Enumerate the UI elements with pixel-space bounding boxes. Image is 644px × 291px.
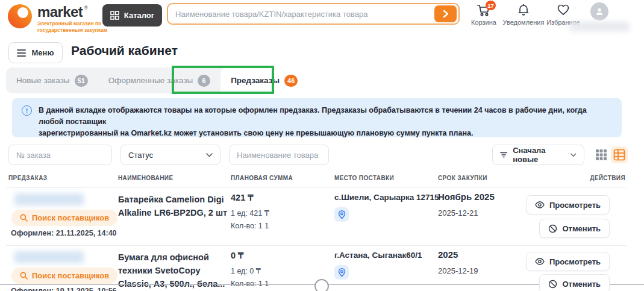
info-icon: ! <box>22 105 32 116</box>
sort-dropdown[interactable]: Сначала новые <box>492 145 584 165</box>
omarket-preorders-page: market ® Электронный магазин по государс… <box>0 0 644 291</box>
view-button[interactable]: Просмотреть <box>526 195 610 214</box>
product-name-input[interactable] <box>229 145 329 165</box>
col-header-preorder: ПРЕДЗАКАЗ <box>8 175 47 181</box>
search-icon <box>20 214 28 222</box>
avatar[interactable] <box>590 2 608 20</box>
orders-tabs: Новые заказы 51 Оформленные заказы 6 Пре… <box>6 67 273 93</box>
info-banner-text: В данной вкладке отображаются товары на … <box>39 105 612 131</box>
purchase-term: 2025 <box>438 249 458 260</box>
order-created-date: Оформлен: 21.11.2025, 14:40 <box>11 229 117 237</box>
tab-placed-orders-badge: 6 <box>198 75 210 87</box>
notifications-button[interactable]: Уведомления <box>504 2 543 26</box>
heart-icon <box>556 2 571 17</box>
cancel-icon <box>548 280 557 289</box>
catalog-button-label: Каталог <box>124 11 154 20</box>
purchase-term-date: 2025-12-21 <box>438 208 478 217</box>
search-input[interactable] <box>175 10 434 19</box>
user-name-blurred <box>569 22 630 31</box>
status-select-label: Статус <box>128 151 153 160</box>
col-header-name: НАИМЕНОВАНИЕ <box>118 175 173 181</box>
purchase-term: Ноябрь 2025 <box>438 192 495 202</box>
planned-sum: 0 ₸ <box>231 251 243 260</box>
menu-button-label: Меню <box>31 48 54 57</box>
tab-preorders-badge: 46 <box>284 75 298 87</box>
chevron-down-icon <box>571 153 577 157</box>
grid-view-icon <box>595 149 607 161</box>
menu-button[interactable]: Меню <box>8 42 63 63</box>
notifications-label: Уведомления <box>503 19 545 26</box>
search-submit-button[interactable] <box>434 5 457 22</box>
supplier-search-link[interactable]: Поиск поставщиков <box>11 210 117 226</box>
col-header-sum: ПЛАНОВАЯ СУММА <box>231 175 293 181</box>
product-name: Батарейка Camelion Digi Alkaline LR6-BP2… <box>118 193 228 219</box>
planned-sum: 421 ₸ <box>231 193 253 202</box>
eye-icon <box>535 258 545 265</box>
cancel-icon <box>548 224 557 233</box>
bell-icon <box>516 2 531 17</box>
order-number-input[interactable] <box>8 145 112 165</box>
col-header-actions: ДЕЙСТВИЯ <box>590 175 625 181</box>
order-id-blurred <box>14 193 84 205</box>
location-pin-button[interactable] <box>334 207 349 222</box>
unit-price: 1 ед: 421 ₸ <box>231 208 269 217</box>
location-pin-icon <box>338 210 346 219</box>
location-pin-button[interactable] <box>334 265 349 280</box>
order-created-date: Оформлен: 19.11.2025, 10:56 <box>11 287 117 291</box>
tab-placed-orders[interactable]: Оформленные заказы 6 <box>98 67 220 93</box>
table-view-toggle[interactable] <box>611 146 628 163</box>
eye-icon <box>535 201 545 208</box>
status-select[interactable]: Статус <box>120 145 220 165</box>
cancel-button[interactable]: Отменить <box>539 219 610 238</box>
registered-mark: ® <box>84 5 88 11</box>
view-button[interactable]: Просмотреть <box>526 252 610 271</box>
table-row: Поиск поставщиков Оформлен: 21.11.2025, … <box>0 187 644 245</box>
tab-new-orders[interactable]: Новые заказы 51 <box>6 67 98 93</box>
tab-new-orders-badge: 51 <box>75 75 88 87</box>
supplier-search-link[interactable]: Поиск поставщиков <box>11 268 117 284</box>
info-banner: ! В данной вкладке отображаются товары н… <box>12 98 622 137</box>
chevron-right-icon <box>443 10 449 18</box>
omarket-logo[interactable]: market ® Электронный магазин по государс… <box>7 2 107 33</box>
catalog-button[interactable]: Каталог <box>102 4 162 27</box>
cart-button[interactable]: 17 Корзина <box>464 2 504 26</box>
table-view-icon <box>613 149 625 161</box>
sort-dropdown-label: Сначала новые <box>513 146 565 164</box>
drag-handle[interactable] <box>314 279 329 291</box>
brand-name: market <box>37 5 83 19</box>
page-title: Рабочий кабинет <box>71 43 178 58</box>
quantity: Кол-во: 1 1 <box>231 222 269 230</box>
brand-tagline: Электронный магазин по государственным з… <box>37 20 107 33</box>
col-header-term: СРОК ЗАКУПКИ <box>438 175 487 181</box>
filter-icon <box>500 151 507 158</box>
chevron-down-icon <box>206 153 213 157</box>
search-bar <box>167 3 460 25</box>
delivery-place: с.Шиели, Сарыарка 12715 <box>334 193 439 202</box>
purchase-term-date: 2025-12-19 <box>438 266 478 275</box>
person-icon <box>595 7 604 16</box>
unit-price: 1 ед: 0 ₸ <box>231 266 261 275</box>
order-id-blurred <box>14 251 84 263</box>
tab-preorders[interactable]: Предзаказы 46 <box>220 67 308 93</box>
cart-label: Корзина <box>471 19 496 26</box>
catalog-grid-icon <box>110 11 119 20</box>
omarket-logo-icon <box>7 2 34 30</box>
cancel-button[interactable]: Отменить <box>539 274 610 291</box>
quantity: Кол-во: 1 1 <box>231 280 269 288</box>
hamburger-icon <box>17 49 26 57</box>
search-icon <box>20 272 28 280</box>
grid-view-toggle[interactable] <box>593 146 610 163</box>
location-pin-icon <box>338 268 346 277</box>
col-header-place: МЕСТО ПОСТАВКИ <box>334 175 394 181</box>
cart-count-badge: 17 <box>486 1 496 10</box>
delivery-place: г.Астана, Сыганак60/1 <box>334 251 422 260</box>
